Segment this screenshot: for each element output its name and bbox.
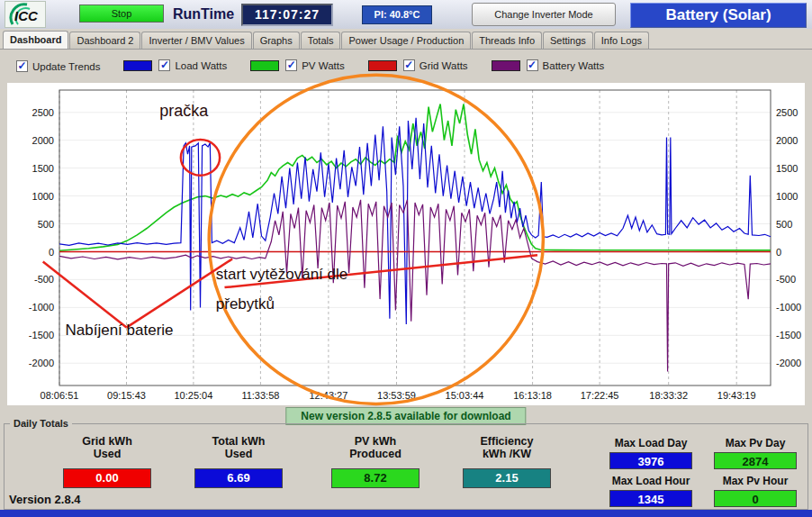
annotation-pracka-label: pračka <box>159 102 209 120</box>
stat-total-kwh-used: Total kWhUsed6.69 <box>167 435 311 488</box>
checkbox-load-watts[interactable]: ✓ <box>158 59 170 71</box>
max-value-max-load-day: 3976 <box>609 452 692 469</box>
tab-bar: DashboardDashboard 2Inverter / BMV Value… <box>0 29 812 50</box>
runtime-display: 117:07:27 <box>241 4 333 26</box>
legend-item-grid-watts: ✓Grid Watts <box>345 59 468 71</box>
max-value-max-pv-hour: 0 <box>714 490 797 507</box>
max-value-max-load-hour: 1345 <box>609 490 692 507</box>
chart-area: 08:06:5109:15:4310:25:0411:33:5812:43:27… <box>7 83 805 405</box>
annotation-pracka-circle <box>181 140 220 176</box>
series-color-swatch-grid-watts <box>368 60 397 71</box>
x-tick-label: 08:06:51 <box>41 390 79 401</box>
stat-label: Produced <box>303 448 447 460</box>
x-tick-label: 19:43:19 <box>717 390 756 401</box>
y-tick-label-right: -1500 <box>776 330 801 340</box>
y-tick-label-right: -2000 <box>776 358 801 368</box>
legend-label-battery-watts: Battery Watts <box>543 60 605 71</box>
stop-button[interactable]: Stop <box>79 5 164 23</box>
series-color-swatch-load-watts <box>123 60 152 71</box>
annotation-charging-label: Nabíjení baterie <box>66 322 174 339</box>
max-max-pv-day: Max Pv Day2874 <box>714 437 797 469</box>
stat-grid-kwh-used: Grid kWhUsed0.00 <box>35 435 179 488</box>
y-tick-label-left: -500 <box>34 274 54 285</box>
x-tick-label: 16:13:18 <box>513 390 552 401</box>
stat-label: Total kWh <box>167 435 311 448</box>
max-label-max-load-hour: Max Load Hour <box>609 475 692 487</box>
legend-label-pv-watts: PV Watts <box>302 60 345 71</box>
x-tick-label: 11:33:58 <box>241 390 279 401</box>
version-label: Version 2.8.4 <box>9 493 81 506</box>
stat-value-total-kwh-used: 6.69 <box>194 468 283 488</box>
trend-chart: 08:06:5109:15:4310:25:0411:33:5812:43:27… <box>7 83 805 405</box>
tab-threads-info[interactable]: Threads Info <box>472 32 542 49</box>
y-tick-label-right: 2000 <box>776 135 798 146</box>
legend-label-load-watts: Load Watts <box>175 60 227 71</box>
max-max-load-day: Max Load Day3976 <box>609 437 692 469</box>
tab-totals[interactable]: Totals <box>301 32 341 49</box>
series-color-swatch-battery-watts <box>492 60 520 71</box>
tab-dashboard-2[interactable]: Dashboard 2 <box>69 32 140 49</box>
daily-totals-panel: Daily Totals Grid kWhUsed0.00Total kWhUs… <box>4 423 808 510</box>
checkbox-battery-watts[interactable]: ✓ <box>527 59 538 71</box>
change-inverter-mode-button[interactable]: Change Inverter Mode <box>472 3 616 26</box>
annotation-surplus-label-line1: start vytěžování dle <box>216 266 347 283</box>
annotation-surplus-circle <box>209 75 543 404</box>
new-version-banner[interactable]: New version 2.8.5 available for download <box>285 407 526 425</box>
tab-settings[interactable]: Settings <box>543 32 593 49</box>
tab-power-usage-production[interactable]: Power Usage / Production <box>341 32 471 49</box>
x-tick-label: 10:25:04 <box>174 390 212 401</box>
tab-info-logs[interactable]: Info Logs <box>594 32 649 49</box>
y-tick-label-left: -1000 <box>29 302 54 313</box>
legend-item-pv-watts: ✓PV Watts <box>227 59 345 71</box>
y-tick-label-right: 2500 <box>776 107 798 118</box>
logo-text: ICC <box>14 8 39 23</box>
y-tick-label-right: -500 <box>776 274 796 285</box>
legend-label-grid-watts: Grid Watts <box>420 60 468 71</box>
y-tick-label-left: -1500 <box>29 330 54 340</box>
y-tick-label-right: -1000 <box>776 302 801 313</box>
y-tick-label-right: 1500 <box>776 163 798 174</box>
y-tick-label-left: 2500 <box>32 107 54 118</box>
legend-item-load-watts: ✓Load Watts <box>100 59 227 71</box>
stat-label: kWh /KW <box>435 448 579 460</box>
tab-dashboard[interactable]: Dashboard <box>3 31 68 49</box>
stat-label: Efficiency <box>435 435 579 448</box>
stat-value-grid-kwh-used: 0.00 <box>63 468 151 488</box>
tab-inverter-bmv-values[interactable]: Inverter / BMV Values <box>141 32 251 49</box>
x-tick-label: 18:33:32 <box>649 390 688 401</box>
update-trends-checkbox[interactable]: ✓ Update Trends <box>16 60 100 72</box>
y-tick-label-left: 0 <box>49 247 54 258</box>
series-battery-watts <box>59 200 771 372</box>
stat-label: Used <box>167 448 311 460</box>
max-max-load-hour: Max Load Hour1345 <box>609 475 692 507</box>
series-load-watts <box>59 118 771 324</box>
series-color-swatch-pv-watts <box>250 60 279 71</box>
legend-series-items: ✓Load Watts✓PV Watts✓Grid Watts✓Battery … <box>100 59 604 73</box>
max-max-pv-hour: Max Pv Hour0 <box>714 475 797 507</box>
y-tick-label-right: 1000 <box>776 191 798 202</box>
checkbox-grid-watts[interactable]: ✓ <box>403 59 415 71</box>
y-tick-label-right: 0 <box>776 247 781 258</box>
stat-label: PV kWh <box>303 435 447 448</box>
y-tick-label-left: -2000 <box>29 358 54 368</box>
stat-value-efficiency-kwh-kw: 2.15 <box>463 468 551 488</box>
daily-totals-title: Daily Totals <box>10 418 72 429</box>
annotation-surplus-label-line2: přebytků <box>216 295 275 313</box>
icc-logo: ICC <box>5 1 46 28</box>
x-tick-label: 15:03:44 <box>446 390 484 401</box>
max-value-max-pv-day: 2874 <box>714 452 797 469</box>
x-tick-label: 17:22:45 <box>581 390 619 401</box>
max-label-max-pv-day: Max Pv Day <box>714 437 797 449</box>
stat-label: Used <box>35 448 179 460</box>
tab-graphs[interactable]: Graphs <box>253 32 300 49</box>
stat-value-pv-kwh-produced: 8.72 <box>331 468 420 488</box>
checkbox-pv-watts[interactable]: ✓ <box>285 59 297 71</box>
max-label-max-pv-hour: Max Pv Hour <box>714 475 797 487</box>
inverter-mode-title: Battery (Solar) <box>630 3 807 28</box>
runtime-label: RunTime <box>173 6 234 23</box>
y-tick-label-left: 1000 <box>32 191 54 202</box>
annotation-charging-pointer-left <box>43 262 127 328</box>
legend-item-battery-watts: ✓Battery Watts <box>468 59 605 71</box>
stat-pv-kwh-produced: PV kWhProduced8.72 <box>303 435 447 488</box>
checkbox-checked-icon[interactable]: ✓ <box>16 60 28 72</box>
